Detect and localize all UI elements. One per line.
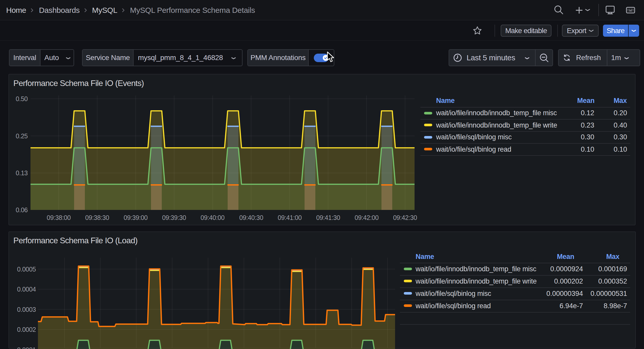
- svg-text:09:40:00: 09:40:00: [200, 214, 224, 221]
- svg-text:0.0003: 0.0003: [17, 306, 36, 313]
- svg-text:0.25: 0.25: [16, 132, 28, 140]
- svg-text:0.06: 0.06: [16, 206, 28, 214]
- svg-text:0.50: 0.50: [16, 95, 28, 102]
- svg-text:09:41:30: 09:41:30: [316, 214, 340, 221]
- svg-text:09:41:00: 09:41:00: [278, 214, 301, 221]
- svg-text:09:39:30: 09:39:30: [162, 214, 186, 221]
- svg-text:09:39:00: 09:39:00: [124, 214, 147, 221]
- svg-text:0.13: 0.13: [16, 169, 28, 177]
- svg-text:0.0005: 0.0005: [17, 266, 36, 273]
- svg-text:09:40:30: 09:40:30: [239, 214, 263, 221]
- svg-text:09:38:00: 09:38:00: [47, 214, 71, 221]
- svg-text:09:42:30: 09:42:30: [393, 214, 417, 221]
- svg-text:0.0001: 0.0001: [17, 346, 36, 349]
- svg-text:09:38:30: 09:38:30: [85, 214, 109, 221]
- svg-text:09:42:00: 09:42:00: [355, 214, 378, 221]
- svg-text:0.0002: 0.0002: [17, 326, 36, 333]
- svg-text:0.0004: 0.0004: [17, 286, 36, 293]
